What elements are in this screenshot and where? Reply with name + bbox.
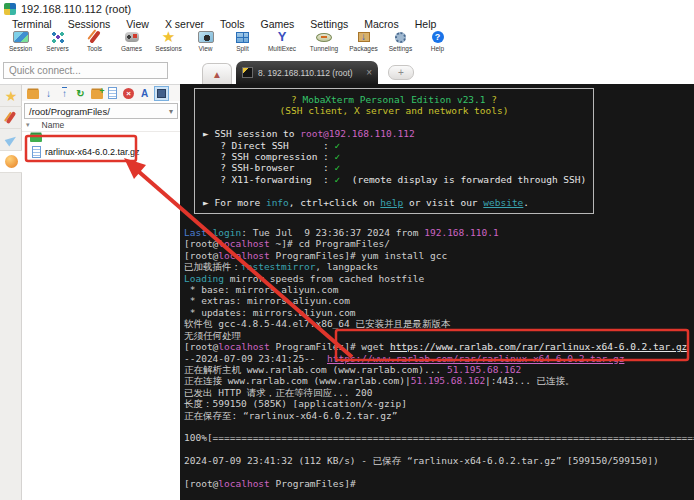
sftp-browser-panel: ↓ ↑ ↻ × A /root/ProgramFiles/ ▾ ▾ Name [22, 85, 180, 500]
terminal-line: 100%[===================================… [184, 432, 694, 443]
terminal-line: 正在解析主机 www.rarlab.com (www.rarlab.com)..… [184, 364, 694, 375]
sidebar-tab-macros[interactable] [0, 129, 22, 151]
new-file-button[interactable] [106, 87, 119, 100]
session-icon [13, 31, 29, 43]
games-icon [125, 32, 139, 42]
upload-button[interactable]: ↑ [58, 87, 71, 100]
sidebar-tab-sftp[interactable] [0, 151, 23, 173]
follow-folder-icon [157, 89, 166, 98]
file-row-rarlinux[interactable]: rarlinux-x64-6.0.2.tar.gz [22, 143, 180, 160]
title-bar: 192.168.110.112 (root) [0, 0, 694, 17]
multiexec-icon: Y [278, 30, 287, 44]
mobaxterm-banner: ? MobaXterm Personal Edition v23.1 ?(SSH… [194, 88, 594, 214]
session-tab-label: 8. 192.168.110.112 (root) [258, 68, 361, 78]
menu-settings[interactable]: Settings [302, 18, 356, 30]
servers-icon [51, 31, 65, 43]
view-icon [198, 31, 214, 43]
terminal-output[interactable]: ? MobaXterm Personal Edition v23.1 ?(SSH… [180, 84, 694, 500]
terminal-line: ? SSH compression : ✓ [203, 151, 585, 162]
terminal-line: [root@localhost ~]# cd ProgramFiles/ [184, 238, 694, 249]
file-name: rarlinux-x64-6.0.2.tar.gz [45, 147, 140, 157]
servers-button[interactable]: Servers [39, 30, 76, 57]
terminal-line: * base: mirrors.aliyun.com [184, 284, 694, 295]
rename-button[interactable]: A [138, 87, 151, 100]
app-logo-icon [4, 3, 16, 15]
split-button[interactable]: Split [224, 30, 261, 57]
download-button[interactable]: ↓ [42, 87, 55, 100]
terminal-line: 正在连接 www.rarlab.com (www.rarlab.com)|51.… [184, 375, 694, 386]
sessions-star-icon: ★ [5, 88, 18, 104]
tools-button[interactable]: Tools [76, 30, 113, 57]
home-folder-button[interactable] [26, 87, 39, 100]
terminal-line: [root@localhost ProgramFiles]# wget http… [184, 341, 694, 352]
terminal-line [203, 117, 585, 128]
sidebar-tab-strip: ★ [0, 85, 22, 500]
menu-tools[interactable]: Tools [212, 18, 253, 30]
terminal-line: * updates: mirrors.aliyun.com [184, 307, 694, 318]
packages-button[interactable]: Packages [345, 30, 382, 57]
terminal-line: 2024-07-09 23:41:32 (112 KB/s) - 已保存 “ra… [184, 455, 694, 466]
folder-icon [27, 90, 39, 99]
file-icon [32, 146, 41, 158]
sidebar-tab-tools[interactable] [0, 107, 22, 129]
quick-connect-input[interactable] [3, 62, 168, 79]
terminal-line: Loading mirror speeds from cached hostfi… [184, 273, 694, 284]
new-folder-button[interactable] [90, 87, 103, 100]
parent-directory-row[interactable] [22, 132, 180, 143]
help-icon: ? [432, 31, 444, 43]
new-file-icon [108, 87, 117, 99]
terminal-line [203, 185, 585, 196]
terminal-line: [root@localhost ProgramFiles]# [184, 478, 694, 489]
menu-bar: Terminal Sessions View X server Tools Ga… [0, 17, 694, 30]
tools-icon [89, 30, 101, 43]
remote-path-value: /root/ProgramFiles/ [29, 106, 110, 117]
tunneling-button[interactable]: Tunneling [303, 30, 345, 57]
tab-bar: ▲ 8. 192.168.110.112 (root) × + [0, 58, 694, 84]
session-tab-active[interactable]: 8. 192.168.110.112 (root) × [236, 61, 378, 84]
menu-sessions[interactable]: Sessions [60, 18, 119, 30]
games-button[interactable]: Games [113, 30, 150, 57]
sftp-ball-icon [5, 155, 18, 168]
menu-macros[interactable]: Macros [356, 18, 406, 30]
terminal-line: ? X11-forwarding : ✓ (remote display is … [203, 174, 585, 185]
sidebar: ★ ↓ ↑ ↻ × A [0, 84, 180, 500]
paper-plane-icon [4, 133, 18, 146]
file-list-header[interactable]: ▾ Name [22, 119, 180, 132]
terminal-line [184, 444, 694, 455]
remote-path-select[interactable]: /root/ProgramFiles/ ▾ [24, 103, 178, 119]
delete-button[interactable]: × [122, 87, 135, 100]
packages-icon [358, 32, 370, 42]
new-tab-button[interactable]: + [388, 65, 414, 80]
terminal-line: [root@localhost ProgramFiles]# yum insta… [184, 250, 694, 261]
sessions-button[interactable]: ★ Sessions [150, 30, 187, 57]
terminal-line: (SSH client, X server and network tools) [203, 105, 585, 116]
terminal-body: Last login: Tue Jul 9 23:36:37 2024 from… [184, 227, 694, 489]
tab-close-icon[interactable]: × [366, 67, 372, 78]
menu-view[interactable]: View [118, 18, 157, 30]
delete-x-icon: × [123, 88, 134, 99]
settings-gear-icon [395, 32, 406, 43]
menu-terminal[interactable]: Terminal [4, 18, 60, 30]
sftp-toolbar: ↓ ↑ ↻ × A [22, 85, 180, 101]
help-button[interactable]: ? Help [419, 30, 456, 57]
session-button[interactable]: Session [2, 30, 39, 57]
collapse-sidebar-button[interactable]: ▲ [202, 63, 232, 84]
new-folder-icon [91, 90, 103, 99]
terminal-line: ? Direct SSH : ✓ [203, 140, 585, 151]
sort-arrow-icon: ▾ [26, 121, 30, 129]
menu-help[interactable]: Help [407, 18, 445, 30]
menu-games[interactable]: Games [252, 18, 302, 30]
terminal-line: 无须任何处理 [184, 330, 694, 341]
terminal-line: ? SSH-browser : ✓ [203, 162, 585, 173]
view-button[interactable]: View [187, 30, 224, 57]
multiexec-button[interactable]: Y MultiExec [261, 30, 303, 57]
settings-button[interactable]: Settings [382, 30, 419, 57]
terminal-line [184, 421, 694, 432]
terminal-line [184, 467, 694, 478]
sidebar-tab-sessions[interactable]: ★ [0, 85, 22, 107]
follow-terminal-folder-button[interactable] [154, 86, 169, 101]
sessions-star-icon: ★ [162, 30, 175, 44]
refresh-button[interactable]: ↻ [74, 87, 87, 100]
terminal-line: 正在保存至: “rarlinux-x64-6.0.2.tar.gz” [184, 410, 694, 421]
tunneling-icon [316, 33, 332, 42]
